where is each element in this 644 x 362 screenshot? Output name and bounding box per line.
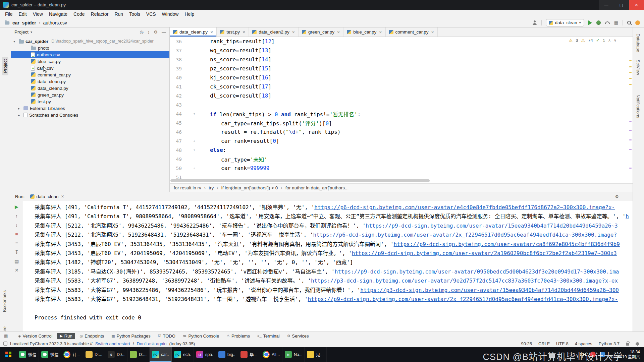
console-link[interactable]: https://p9-dcd-sign.byteimg.com/user-ava… xyxy=(366,223,618,229)
inspection-mark[interactable] xyxy=(629,78,632,79)
console-link[interactable]: https://p6-dcd-sign.byteimg.com/user-ava… xyxy=(314,204,615,210)
tree-item-photo[interactable]: photo xyxy=(11,45,169,51)
tree-item-blue_car.py[interactable]: blue_car.py xyxy=(11,58,169,65)
code-line[interactable]: 40kj_score=result[16] xyxy=(170,73,633,82)
stripe-button-project[interactable]: Project xyxy=(2,57,8,75)
taskbar-item-spa...[interactable]: IJspa... xyxy=(194,347,216,362)
tool-window-button-problems[interactable]: ⚠Problems xyxy=(224,333,253,339)
inspection-mark[interactable] xyxy=(629,72,632,73)
run-button[interactable] xyxy=(588,20,592,25)
taskbar-item-计...[interactable]: 计... xyxy=(61,347,83,362)
stop-icon[interactable]: ■ xyxy=(13,231,20,237)
input-language-indicator[interactable]: CH xyxy=(580,352,586,357)
tool-window-button-python-packages[interactable]: ▦Python Packages xyxy=(109,333,153,339)
breadcrumb-item[interactable]: if len(data_arr['authors']) > 0 xyxy=(221,185,278,190)
tab-data_clean2.py[interactable]: data_clean2.py× xyxy=(249,27,299,37)
chevron-down-icon[interactable]: ▾ xyxy=(31,30,32,34)
close-icon[interactable]: × xyxy=(431,29,434,35)
tree-item-data_clean2.py[interactable]: data_clean2.py xyxy=(11,85,169,92)
close-icon[interactable]: × xyxy=(379,29,382,35)
breadcrumb-file[interactable]: authors.csv xyxy=(43,20,67,25)
chevron-right-icon[interactable]: ▸ xyxy=(18,113,22,117)
menu-item-help[interactable]: Help xyxy=(181,11,197,17)
menu-item-refactor[interactable]: Refactor xyxy=(88,11,112,17)
code-line[interactable]: 48▿else: xyxy=(170,145,633,155)
taskbar-item-big...[interactable]: big... xyxy=(216,347,238,362)
tab-data_clean.py[interactable]: data_clean.py× xyxy=(170,27,217,37)
console-link[interactable]: https://p9-dcd-sign.byteimg.com/user-ava… xyxy=(352,250,617,256)
close-icon[interactable]: × xyxy=(61,194,64,199)
hide-panel-icon[interactable]: — xyxy=(162,29,166,35)
inspection-mark[interactable] xyxy=(629,66,632,67)
tool-window-button-terminal[interactable]: >_Terminal xyxy=(255,333,282,339)
taskbar-item-D:...[interactable]: D:... xyxy=(83,347,105,362)
interpreter[interactable]: Python 3.7 xyxy=(599,341,620,346)
stripe-button-notifications[interactable]: Notifications xyxy=(636,95,641,118)
tree-item-scratches-and-consoles[interactable]: ▸Scratches and Consoles xyxy=(11,112,169,118)
tab-test.py[interactable]: test.py× xyxy=(217,27,249,37)
breadcrumb-item[interactable]: for result in rv xyxy=(174,185,201,190)
code-line[interactable]: 39pz_score=result[15] xyxy=(170,64,633,73)
stripe-button-database[interactable]: Database xyxy=(636,34,641,52)
file-encoding[interactable]: UTF-8 xyxy=(556,341,569,346)
taskbar-clock[interactable]: 18:34 2023/8/19 星期六 xyxy=(609,350,642,360)
tool-window-button-services[interactable]: ⚙Services xyxy=(284,333,312,339)
console-link[interactable]: https://p3-dcd-sign.byteimg.com/user-ava… xyxy=(311,278,618,284)
close-button[interactable]: ✕ xyxy=(629,0,644,10)
hide-icon[interactable]: — xyxy=(624,194,629,199)
navigate-up-icon[interactable]: ↑ xyxy=(13,213,20,219)
rerun-icon[interactable]: ▶ xyxy=(13,204,20,210)
taskbar-item-D:\...[interactable]: SD:\... xyxy=(105,347,127,362)
inspections-widget[interactable]: ⚠ 3 ⚠ 74 ✓ 1 ∧ ∨ xyxy=(569,38,616,43)
code-line[interactable]: 45car_type=rank_tips.split('评分')[0] xyxy=(170,118,633,127)
tree-item-cars.csv[interactable]: cars.csv xyxy=(11,65,169,71)
indent-setting[interactable]: 4 spaces xyxy=(575,341,592,346)
taskbar-item-毕...[interactable]: 毕... xyxy=(238,347,260,362)
inspection-mark[interactable] xyxy=(629,121,632,122)
debug-button[interactable] xyxy=(596,20,601,25)
code-line[interactable]: 38ns_score=result[14] xyxy=(170,55,633,64)
chevron-right-icon[interactable]: ▸ xyxy=(18,107,22,110)
navigate-down-icon[interactable]: ↓ xyxy=(13,222,20,228)
inspection-mark[interactable] xyxy=(629,130,632,131)
taskbar-item-All ...[interactable]: All ... xyxy=(260,347,282,362)
tool-window-button-run[interactable]: ▶Run xyxy=(57,333,75,339)
code-line[interactable]: 47▵car_rank=result[0] xyxy=(170,136,633,145)
taskbar-item-ech...[interactable]: PCech... xyxy=(172,347,194,362)
tree-item-comment_car.py[interactable]: comment_car.py xyxy=(11,71,169,78)
taskbar-item-Na...[interactable]: NNa... xyxy=(282,347,305,362)
menu-item-vcs[interactable]: VCS xyxy=(143,11,159,17)
breadcrumb-item[interactable]: try xyxy=(209,185,214,190)
breadcrumb-item[interactable]: for author in data_arr['authors... xyxy=(285,185,349,190)
code-line[interactable]: 49car_type='未知' xyxy=(170,155,633,164)
notifications-bell-icon[interactable] xyxy=(636,342,639,345)
clear-output-icon[interactable]: ✕ xyxy=(13,267,20,273)
tool-window-button-python-console[interactable]: ≫Python Console xyxy=(180,333,222,339)
inspection-mark[interactable] xyxy=(629,149,632,150)
menu-item-code[interactable]: Code xyxy=(70,11,88,17)
tray-app-icon[interactable] xyxy=(590,352,596,357)
start-button[interactable] xyxy=(0,347,17,362)
switch-restart-link[interactable]: Switch and restart xyxy=(95,341,130,346)
project-panel-title[interactable]: Project xyxy=(14,29,29,35)
tree-item-data_clean.py[interactable]: data_clean.py xyxy=(11,78,169,85)
tree-item-green_car.py[interactable]: green_car.py xyxy=(11,92,169,98)
close-icon[interactable]: × xyxy=(292,29,295,35)
tool-window-button-todo[interactable]: ☑TODO xyxy=(155,333,178,339)
console-link[interactable]: https://p9-dcd-sign.byteimg.com/user-ava… xyxy=(335,268,619,275)
stripe-button-sciview[interactable]: SciView xyxy=(636,60,641,75)
stripe-button-bookmarks[interactable]: Bookmarks xyxy=(2,290,7,312)
locate-icon[interactable]: ◎ xyxy=(140,29,144,35)
menu-item-tools[interactable]: Tools xyxy=(126,11,143,17)
code-line[interactable]: 43 xyxy=(170,100,633,109)
close-icon[interactable]: × xyxy=(210,29,213,35)
inspection-mark[interactable] xyxy=(629,139,632,140)
tab-green_car.py[interactable]: green_car.py× xyxy=(299,27,343,37)
caret-position[interactable]: 90:25 xyxy=(521,341,532,346)
menu-item-edit[interactable]: Edit xyxy=(16,11,30,17)
tool-window-button-version-control[interactable]: ◈Version Control xyxy=(15,333,55,339)
print-icon[interactable]: ▤ xyxy=(13,258,20,264)
settings-icon[interactable]: ⚙ xyxy=(615,194,619,199)
tree-item-test.py[interactable]: test.py xyxy=(11,98,169,105)
fold-marker-icon[interactable]: ▵ xyxy=(182,139,208,143)
